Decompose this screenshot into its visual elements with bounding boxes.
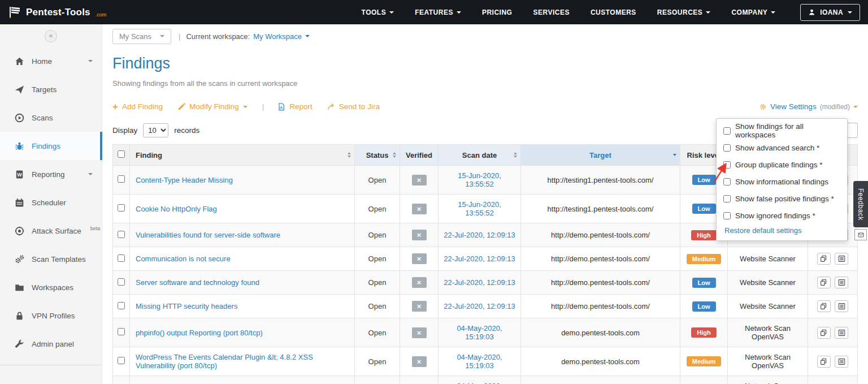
row-checkbox[interactable]: [118, 254, 125, 262]
sidebar-item-workspaces[interactable]: Workspaces: [0, 273, 102, 301]
finding-link[interactable]: Missing HTTP security headers: [136, 302, 237, 310]
finding-link[interactable]: Server software and technology found: [136, 278, 259, 287]
header-target[interactable]: Target: [521, 145, 680, 166]
scan-date-link[interactable]: 04-May-2020, 15:19:03: [457, 382, 502, 384]
option-checkbox[interactable]: [723, 212, 731, 219]
sort-desc-icon[interactable]: [673, 154, 676, 156]
modify-finding-button[interactable]: Modify Finding: [177, 102, 248, 111]
sidebar-item-attack-surface[interactable]: Attack Surface beta: [0, 217, 102, 245]
row-checkbox[interactable]: [118, 357, 125, 364]
finding-link[interactable]: Vulnerabilities found for server-side so…: [136, 231, 280, 239]
sidebar-item-scan-templates[interactable]: Scan Templates: [0, 245, 102, 273]
report-button[interactable]: Report: [277, 102, 313, 111]
verified-toggle-button[interactable]: ×: [412, 356, 427, 367]
scan-date-link[interactable]: 15-Jun-2020, 13:55:52: [458, 200, 501, 217]
nav-item-features[interactable]: FEATURES: [415, 8, 461, 16]
restore-default-settings-link[interactable]: Restore default settings: [724, 226, 802, 235]
row-checkbox[interactable]: [118, 328, 125, 335]
scan-date-link[interactable]: 22-Jul-2020, 12:09:13: [444, 231, 515, 239]
feedback-envelope-box[interactable]: [854, 229, 867, 240]
option-group-duplicate-findings[interactable]: Group duplicate findings *: [723, 156, 840, 173]
user-menu-button[interactable]: IOANA: [800, 4, 860, 21]
sort-icon[interactable]: [514, 152, 517, 158]
finding-details-button[interactable]: [835, 356, 848, 368]
option-show-all-workspaces[interactable]: Show findings for all workspaces: [723, 122, 840, 139]
sidebar-item-admin-panel[interactable]: Admin panel: [0, 330, 102, 358]
workspace-switcher[interactable]: My Workspace: [253, 32, 310, 41]
finding-link[interactable]: phpinfo() output Reporting (port 80/tcp): [136, 329, 263, 337]
option-checkbox[interactable]: [723, 178, 731, 185]
scan-date-link[interactable]: 22-Jul-2020, 12:09:13: [444, 254, 515, 263]
finding-details-button[interactable]: [835, 300, 848, 312]
finding-details-button[interactable]: [835, 327, 848, 339]
option-checkbox[interactable]: [723, 195, 731, 202]
select-all-header: [113, 145, 130, 166]
nav-label: PRICING: [482, 8, 513, 16]
select-all-checkbox[interactable]: [118, 150, 125, 158]
header-scan-date[interactable]: Scan date: [439, 145, 521, 166]
option-show-ignored-findings[interactable]: Show ignored findings *: [723, 207, 840, 224]
verified-toggle-button[interactable]: ×: [412, 301, 427, 312]
nav-item-tools[interactable]: TOOLS: [362, 8, 394, 16]
finding-link[interactable]: Communication is not secure: [136, 254, 231, 263]
sort-icon[interactable]: [393, 152, 396, 158]
finding-link[interactable]: WordPress The Events Calendar Plugin &lt…: [136, 353, 313, 370]
add-finding-button[interactable]: + Add Finding: [112, 102, 163, 111]
verified-toggle-button[interactable]: ×: [412, 175, 427, 185]
duplicate-finding-button[interactable]: [817, 356, 831, 368]
option-checkbox[interactable]: [723, 144, 731, 152]
scan-date-link[interactable]: 04-May-2020, 15:19:03: [457, 353, 502, 370]
nav-item-resources[interactable]: RESOURCES: [657, 8, 711, 16]
sort-icon[interactable]: [348, 152, 351, 158]
sidebar-item-reporting[interactable]: W Reporting: [0, 160, 102, 188]
duplicate-finding-button[interactable]: [817, 300, 831, 312]
my-scans-dropdown[interactable]: My Scans: [112, 29, 171, 44]
finding-link[interactable]: Cookie No HttpOnly Flag: [136, 205, 217, 213]
duplicate-finding-button[interactable]: [817, 327, 831, 339]
view-settings-button[interactable]: View Settings (modified): [759, 102, 858, 111]
verified-toggle-button[interactable]: ×: [412, 253, 427, 264]
scan-date-link[interactable]: 15-Jun-2020, 13:55:52: [458, 171, 501, 188]
finding-details-button[interactable]: [835, 253, 848, 265]
records-per-page-select[interactable]: 10: [143, 123, 168, 137]
duplicate-finding-button[interactable]: [817, 253, 831, 265]
scan-date-link[interactable]: 22-Jul-2020, 12:09:13: [444, 302, 515, 310]
option-checkbox[interactable]: [723, 161, 731, 169]
row-checkbox[interactable]: [118, 175, 125, 183]
sidebar-item-scans[interactable]: Scans: [0, 103, 102, 132]
nav-item-pricing[interactable]: PRICING: [482, 8, 513, 16]
row-checkbox[interactable]: [118, 278, 125, 286]
finding-details-button[interactable]: [835, 277, 848, 288]
sidebar-item-vpn-profiles[interactable]: VPN Profiles: [0, 301, 102, 330]
option-show-advanced-search[interactable]: Show advanced search *: [723, 139, 840, 156]
sidebar-item-targets[interactable]: Targets: [0, 75, 102, 103]
verified-toggle-button[interactable]: ×: [412, 204, 427, 214]
sidebar-item-scheduler[interactable]: Scheduler: [0, 188, 102, 217]
finding-link[interactable]: Content-Type Header Missing: [136, 176, 233, 184]
option-show-informational-findings[interactable]: Show informational findings: [723, 173, 840, 190]
sidebar-collapse-button[interactable]: «: [45, 30, 57, 42]
header-finding[interactable]: Finding: [130, 145, 355, 166]
verified-toggle-button[interactable]: ×: [412, 230, 427, 240]
row-checkbox[interactable]: [118, 204, 125, 212]
verified-toggle-button[interactable]: ×: [412, 277, 427, 288]
duplicate-finding-button[interactable]: [817, 277, 831, 288]
scan-date-link[interactable]: 22-Jul-2020, 12:09:13: [444, 278, 515, 287]
option-checkbox[interactable]: [723, 127, 731, 135]
sidebar-item-home[interactable]: Home: [0, 47, 102, 75]
option-show-false-positive-findings[interactable]: Show false positive findings *: [723, 190, 840, 207]
feedback-tab[interactable]: Feedback: [853, 181, 868, 240]
nav-item-customers[interactable]: CUSTOMERS: [591, 8, 636, 16]
sidebar-item-findings[interactable]: Findings: [0, 132, 102, 160]
scan-date-link[interactable]: 04-May-2020, 15:19:03: [457, 324, 502, 341]
table-row: Server software and technology found Ope…: [113, 271, 858, 295]
header-status[interactable]: Status: [355, 145, 400, 166]
feedback-label[interactable]: Feedback: [853, 181, 868, 227]
nav-item-company[interactable]: COMPANY: [731, 8, 775, 16]
row-checkbox[interactable]: [118, 302, 125, 309]
row-checkbox[interactable]: [118, 231, 125, 238]
nav-item-services[interactable]: SERVICES: [533, 8, 569, 16]
verified-toggle-button[interactable]: ×: [412, 327, 427, 338]
brand-logo[interactable]: Pentest-Tools .com: [8, 6, 106, 19]
send-to-jira-button[interactable]: Send to Jira: [327, 102, 380, 111]
